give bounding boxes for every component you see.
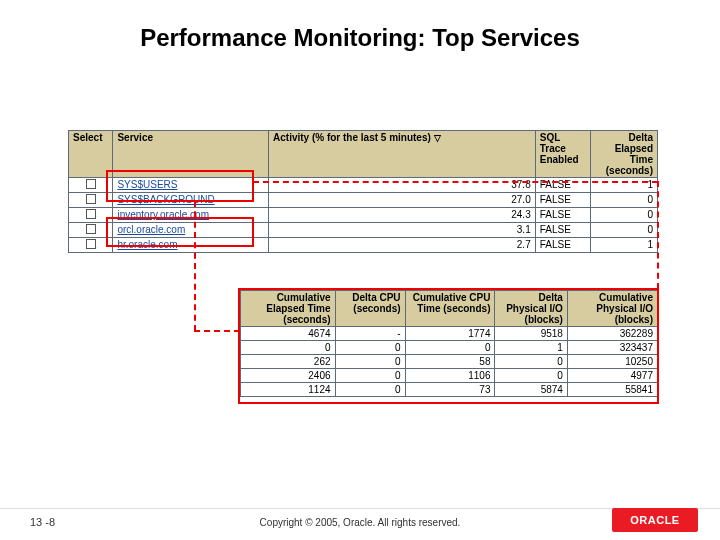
slide-title: Performance Monitoring: Top Services (0, 0, 720, 62)
delta-elapsed-cell: 1 (591, 238, 658, 253)
top-services-table: Select Service Activity (% for the last … (68, 130, 658, 253)
table-row: 24060110604977 (241, 369, 658, 383)
dash-h1 (194, 330, 240, 332)
select-cell[interactable] (69, 178, 113, 193)
metric-cell: - (335, 327, 405, 341)
col-delta-cpu: Delta CPU (seconds) (335, 291, 405, 327)
metric-cell: 2406 (241, 369, 336, 383)
service-cell[interactable]: orcl.oracle.com (113, 223, 269, 238)
metric-cell: 9518 (495, 327, 567, 341)
table-row: SYS$BACKGROUND27.0FALSE0 (69, 193, 658, 208)
detail-metrics-table: Cumulative Elapsed Time (seconds) Delta … (240, 290, 658, 397)
checkbox-icon[interactable] (86, 179, 96, 189)
table-row: 4674-17749518362289 (241, 327, 658, 341)
select-cell[interactable] (69, 238, 113, 253)
select-cell[interactable] (69, 223, 113, 238)
top-table-container: Select Service Activity (% for the last … (68, 130, 658, 253)
activity-cell: 3.1 (269, 223, 536, 238)
metric-cell: 0 (335, 383, 405, 397)
metric-cell: 58 (405, 355, 495, 369)
table-row: 262058010250 (241, 355, 658, 369)
select-cell[interactable] (69, 193, 113, 208)
activity-cell: 2.7 (269, 238, 536, 253)
sql-trace-cell: FALSE (535, 238, 591, 253)
checkbox-icon[interactable] (86, 209, 96, 219)
activity-cell: 37.8 (269, 178, 536, 193)
table-row: inventory.oracle.com24.3FALSE0 (69, 208, 658, 223)
table-row: 0001323437 (241, 341, 658, 355)
sql-trace-cell: FALSE (535, 193, 591, 208)
service-link[interactable]: hr.oracle.com (117, 239, 177, 250)
service-link[interactable]: SYS$BACKGROUND (117, 194, 214, 205)
metric-cell: 0 (241, 341, 336, 355)
metric-cell: 0 (495, 369, 567, 383)
service-cell[interactable]: SYS$USERS (113, 178, 269, 193)
sql-trace-cell: FALSE (535, 223, 591, 238)
metric-cell: 5874 (495, 383, 567, 397)
select-cell[interactable] (69, 208, 113, 223)
col-delta-io: Delta Physical I/O (blocks) (495, 291, 567, 327)
table-row: hr.oracle.com2.7FALSE1 (69, 238, 658, 253)
metric-cell: 1124 (241, 383, 336, 397)
sql-trace-cell: FALSE (535, 208, 591, 223)
bottom-table-container: Cumulative Elapsed Time (seconds) Delta … (240, 290, 658, 397)
sql-trace-cell: FALSE (535, 178, 591, 193)
metric-cell: 323437 (567, 341, 657, 355)
table-row: orcl.oracle.com3.1FALSE0 (69, 223, 658, 238)
service-link[interactable]: SYS$USERS (117, 179, 177, 190)
metric-cell: 73 (405, 383, 495, 397)
delta-elapsed-cell: 1 (591, 178, 658, 193)
service-cell[interactable]: SYS$BACKGROUND (113, 193, 269, 208)
checkbox-icon[interactable] (86, 239, 96, 249)
metric-cell: 362289 (567, 327, 657, 341)
col-delta-elapsed: Delta Elapsed Time (seconds) (591, 131, 658, 178)
service-cell[interactable]: hr.oracle.com (113, 238, 269, 253)
col-cum-cpu: Cumulative CPU Time (seconds) (405, 291, 495, 327)
col-activity[interactable]: Activity (% for the last 5 minutes) ▽ (269, 131, 536, 178)
col-cum-elapsed: Cumulative Elapsed Time (seconds) (241, 291, 336, 327)
metric-cell: 4674 (241, 327, 336, 341)
metric-cell: 1 (495, 341, 567, 355)
metric-cell: 0 (495, 355, 567, 369)
col-activity-label: Activity (% for the last 5 minutes) (273, 132, 431, 143)
delta-elapsed-cell: 0 (591, 208, 658, 223)
checkbox-icon[interactable] (86, 194, 96, 204)
delta-elapsed-cell: 0 (591, 223, 658, 238)
checkbox-icon[interactable] (86, 224, 96, 234)
metric-cell: 55841 (567, 383, 657, 397)
metric-cell: 0 (335, 341, 405, 355)
activity-cell: 27.0 (269, 193, 536, 208)
service-link[interactable]: orcl.oracle.com (117, 224, 185, 235)
col-cum-io: Cumulative Physical I/O (blocks) (567, 291, 657, 327)
table-row: 1124073587455841 (241, 383, 658, 397)
activity-cell: 24.3 (269, 208, 536, 223)
slide-footer: 13 -8 Copyright © 2005, Oracle. All righ… (0, 504, 720, 540)
metric-cell: 0 (335, 355, 405, 369)
table-row: SYS$USERS37.8FALSE1 (69, 178, 658, 193)
service-cell[interactable]: inventory.oracle.com (113, 208, 269, 223)
metric-cell: 262 (241, 355, 336, 369)
col-service: Service (113, 131, 269, 178)
sort-desc-icon: ▽ (434, 133, 441, 143)
metric-cell: 0 (335, 369, 405, 383)
delta-elapsed-cell: 0 (591, 193, 658, 208)
metric-cell: 1106 (405, 369, 495, 383)
metric-cell: 0 (405, 341, 495, 355)
metric-cell: 4977 (567, 369, 657, 383)
col-sql-trace: SQL Trace Enabled (535, 131, 591, 178)
metric-cell: 1774 (405, 327, 495, 341)
metric-cell: 10250 (567, 355, 657, 369)
oracle-logo: ORACLE (612, 508, 698, 532)
service-link[interactable]: inventory.oracle.com (117, 209, 209, 220)
col-select: Select (69, 131, 113, 178)
